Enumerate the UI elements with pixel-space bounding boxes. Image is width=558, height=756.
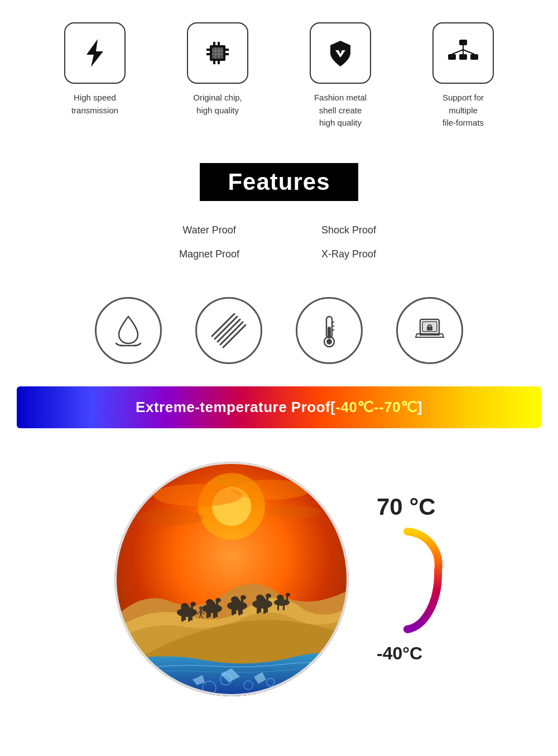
svg-rect-88 bbox=[277, 604, 279, 610]
svg-marker-0 bbox=[86, 39, 103, 67]
svg-rect-61 bbox=[206, 611, 209, 618]
proof-icons-section bbox=[0, 275, 558, 381]
svg-rect-89 bbox=[283, 604, 285, 610]
svg-rect-7 bbox=[206, 49, 210, 51]
proof-icon-thermometer bbox=[296, 297, 363, 364]
svg-rect-9 bbox=[225, 49, 229, 51]
svg-rect-2 bbox=[212, 47, 223, 59]
temp-range: -40℃--70℃ bbox=[335, 399, 417, 415]
temperature-banner: Extreme-temperature Proof[-40℃--70℃] bbox=[17, 386, 541, 428]
svg-point-103 bbox=[282, 685, 292, 695]
icon-box-chip bbox=[187, 22, 248, 84]
shield-icon bbox=[324, 36, 357, 70]
icon-item-formats: Support for multiple file-formats bbox=[413, 22, 513, 130]
magnet-icon bbox=[209, 311, 248, 350]
svg-line-24 bbox=[218, 319, 240, 342]
svg-rect-81 bbox=[259, 606, 261, 613]
feature-xray-proof: X-Ray Proof bbox=[279, 245, 419, 264]
icon-label-speed: High speed transmission bbox=[71, 92, 118, 117]
svg-rect-8 bbox=[206, 53, 210, 55]
icon-item-shell: Fashion metal shell create high quality bbox=[290, 22, 391, 130]
icon-box-speed bbox=[64, 22, 126, 84]
proof-icon-laptop bbox=[396, 297, 463, 364]
svg-rect-82 bbox=[266, 606, 268, 613]
svg-rect-10 bbox=[225, 53, 229, 55]
icon-label-chip: Original chip, high quality bbox=[193, 92, 242, 117]
svg-line-19 bbox=[463, 50, 474, 54]
chip-icon bbox=[201, 36, 234, 70]
svg-point-85 bbox=[256, 595, 264, 601]
svg-rect-21 bbox=[459, 54, 467, 60]
features-title: Features bbox=[200, 163, 358, 201]
desert-circle bbox=[114, 462, 349, 696]
svg-rect-4 bbox=[218, 42, 220, 45]
features-grid: Water Proof Shock Proof Magnet Proof X-R… bbox=[140, 221, 419, 264]
proof-circle-water bbox=[95, 297, 162, 364]
svg-point-84 bbox=[266, 594, 271, 598]
icon-item-speed: High speed transmission bbox=[45, 22, 145, 130]
icon-box-shell bbox=[310, 22, 371, 84]
svg-rect-83 bbox=[266, 597, 268, 603]
icon-item-chip: Original chip, high quality bbox=[167, 22, 268, 130]
proof-circle-magnet bbox=[195, 297, 262, 364]
icon-label-shell: Fashion metal shell create high quality bbox=[314, 92, 367, 130]
gauge-arc-container bbox=[371, 526, 444, 638]
feature-water-proof: Water Proof bbox=[140, 221, 279, 240]
svg-rect-72 bbox=[234, 608, 236, 614]
svg-rect-22 bbox=[470, 54, 478, 60]
svg-rect-38 bbox=[427, 327, 432, 331]
svg-rect-79 bbox=[257, 606, 259, 614]
svg-rect-74 bbox=[241, 599, 243, 605]
svg-rect-94 bbox=[200, 610, 202, 615]
icon-label-formats: Support for multiple file-formats bbox=[442, 92, 484, 130]
svg-rect-53 bbox=[188, 614, 190, 621]
svg-rect-56 bbox=[191, 606, 193, 611]
svg-point-75 bbox=[240, 595, 246, 600]
svg-rect-55 bbox=[190, 614, 193, 620]
top-icons-section: High speed transmission bbox=[0, 0, 558, 141]
svg-rect-54 bbox=[184, 614, 186, 620]
desert-section: 70 °C -40°C bbox=[0, 445, 558, 719]
svg-point-57 bbox=[190, 602, 196, 606]
feature-magnet-proof: Magnet Proof bbox=[140, 245, 279, 264]
svg-point-49 bbox=[265, 505, 321, 519]
svg-rect-63 bbox=[209, 611, 211, 617]
proof-circle-laptop bbox=[396, 297, 463, 364]
laptop-icon bbox=[410, 311, 449, 350]
lightning-icon bbox=[78, 36, 112, 70]
svg-rect-70 bbox=[232, 608, 234, 615]
svg-rect-15 bbox=[459, 40, 467, 45]
features-section: Features Water Proof Shock Proof Magnet … bbox=[0, 141, 558, 275]
svg-rect-6 bbox=[218, 61, 220, 64]
network-icon bbox=[446, 36, 480, 70]
svg-rect-71 bbox=[238, 608, 240, 615]
proof-icon-water bbox=[95, 297, 162, 364]
svg-point-58 bbox=[181, 603, 189, 610]
icon-box-formats bbox=[432, 22, 494, 84]
svg-rect-62 bbox=[213, 611, 215, 618]
svg-rect-64 bbox=[215, 611, 218, 617]
svg-point-48 bbox=[137, 509, 204, 526]
water-drop-icon bbox=[109, 311, 148, 350]
gauge-arc-svg bbox=[371, 526, 444, 638]
svg-rect-20 bbox=[448, 54, 456, 60]
temp-high-label: 70 °C bbox=[377, 494, 436, 520]
svg-rect-5 bbox=[213, 61, 215, 64]
svg-rect-3 bbox=[213, 42, 215, 45]
svg-rect-65 bbox=[216, 602, 218, 607]
svg-rect-52 bbox=[181, 614, 184, 621]
svg-point-32 bbox=[326, 339, 332, 344]
proof-circle-thermometer bbox=[296, 297, 363, 364]
temperature-gauge: 70 °C -40°C bbox=[371, 494, 444, 664]
svg-rect-31 bbox=[328, 327, 331, 338]
temp-low-label: -40°C bbox=[377, 643, 422, 664]
svg-point-66 bbox=[215, 598, 221, 602]
thermometer-icon bbox=[310, 311, 349, 350]
svg-point-67 bbox=[206, 599, 214, 606]
svg-line-17 bbox=[452, 50, 463, 54]
svg-rect-73 bbox=[240, 608, 243, 614]
feature-shock-proof: Shock Proof bbox=[279, 221, 419, 240]
temperature-banner-text: Extreme-temperature Proof[-40℃--70℃] bbox=[28, 399, 530, 416]
svg-rect-90 bbox=[286, 596, 288, 601]
svg-point-46 bbox=[153, 484, 243, 506]
